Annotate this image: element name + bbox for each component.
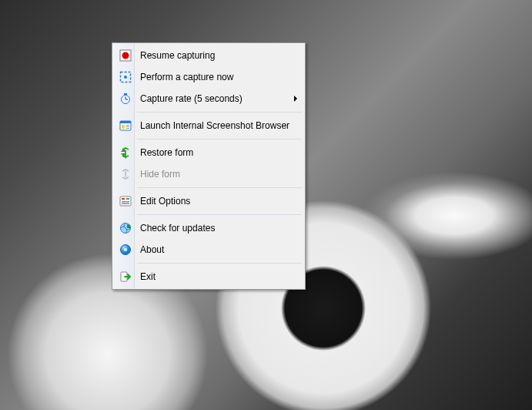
svg-rect-9 [120,121,131,123]
svg-point-22 [124,248,127,251]
menu-item-label: Perform a capture now [140,72,300,82]
hide-icon [119,167,132,181]
menu-separator [137,139,302,139]
about-icon [119,243,132,257]
menu-item-launch[interactable]: Launch Internal Screenshot Browser [114,115,303,136]
menu-item-label: Resume capturing [140,50,300,61]
menu-separator [137,214,302,215]
menu-item-rate[interactable]: Capture rate (5 seconds) [114,88,303,109]
browser-icon [119,119,132,133]
menu-separator [137,187,302,188]
menu-item-label: Check for updates [140,223,300,234]
svg-rect-16 [122,198,125,200]
desktop-background: Resume capturing Perform a capture now C… [0,0,532,410]
menu-item-label: About [140,244,300,255]
menu-item-hide: Hide form [114,163,303,185]
menu-item-label: Launch Internal Screenshot Browser [140,120,300,131]
exit-icon [119,270,132,284]
menu-item-perform[interactable]: Perform a capture now [114,66,303,88]
tray-context-menu: Resume capturing Perform a capture now C… [112,42,306,290]
menu-item-about[interactable]: About [114,239,303,260]
menu-item-label: Restore form [140,147,300,158]
capture-icon [119,70,132,84]
svg-rect-11 [126,125,130,126]
record-icon [119,49,132,62]
updates-icon [119,221,132,235]
menu-item-restore[interactable]: Restore form [114,142,303,163]
svg-rect-19 [122,203,129,205]
svg-rect-10 [122,125,125,129]
menu-item-resume[interactable]: Resume capturing [114,45,303,66]
svg-rect-13 [126,128,130,129]
svg-point-1 [122,52,129,59]
clock-icon [119,92,132,106]
menu-item-label: Edit Options [140,196,300,207]
svg-rect-7 [124,93,127,95]
restore-icon [119,146,132,160]
menu-items-container: Resume capturing Perform a capture now C… [114,45,303,287]
svg-rect-17 [126,198,129,200]
submenu-arrow-icon [294,96,297,102]
menu-item-label: Exit [140,271,300,282]
menu-separator [137,112,302,113]
menu-item-label: Hide form [140,169,300,180]
menu-item-updates[interactable]: Check for updates [114,217,303,239]
menu-item-exit[interactable]: Exit [114,266,303,287]
options-icon [119,194,132,208]
menu-separator [137,263,302,264]
svg-rect-18 [122,201,129,203]
svg-point-3 [124,76,127,79]
menu-item-label: Capture rate (5 seconds) [140,93,294,104]
menu-item-options[interactable]: Edit Options [114,190,303,212]
svg-rect-12 [126,126,130,127]
